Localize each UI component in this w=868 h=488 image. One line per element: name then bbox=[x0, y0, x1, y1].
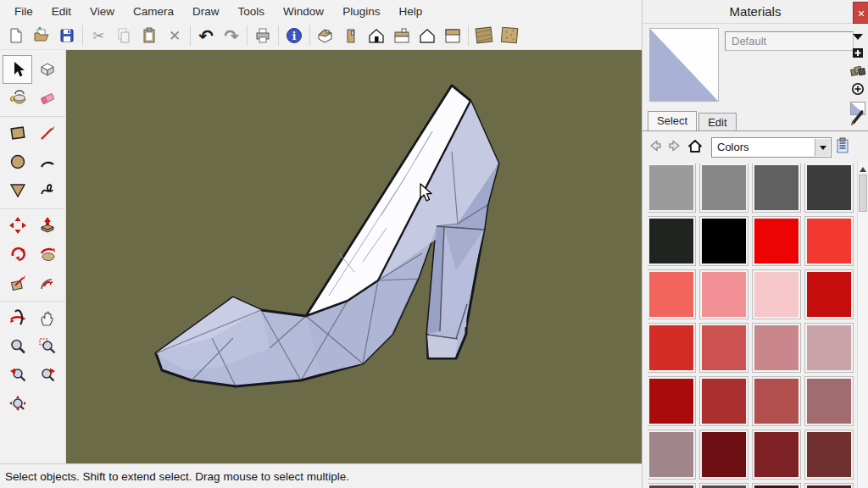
circle-tool[interactable] bbox=[3, 147, 32, 176]
zoom-previous-tool[interactable] bbox=[3, 361, 32, 390]
color-swatch[interactable] bbox=[700, 164, 748, 212]
back-arrow-icon[interactable] bbox=[648, 138, 663, 157]
color-swatch[interactable] bbox=[805, 377, 853, 425]
color-swatch[interactable] bbox=[648, 377, 695, 425]
menu-item[interactable]: View bbox=[81, 2, 124, 21]
create-material-icon[interactable] bbox=[851, 47, 865, 62]
swatch-scrollbar[interactable] bbox=[857, 161, 868, 488]
copy-icon[interactable] bbox=[111, 24, 136, 47]
view-top-icon[interactable] bbox=[440, 24, 465, 47]
color-swatch[interactable] bbox=[700, 484, 748, 488]
color-swatch[interactable] bbox=[805, 270, 853, 319]
push-pull-tool[interactable] bbox=[32, 211, 62, 240]
paint-bucket-tool[interactable] bbox=[3, 84, 32, 113]
color-swatch[interactable] bbox=[753, 377, 800, 425]
dropdown-arrow-button[interactable] bbox=[815, 139, 830, 156]
collections-dropdown[interactable]: Colors bbox=[711, 137, 832, 158]
rectangle-tool[interactable] bbox=[3, 119, 32, 147]
color-swatch[interactable] bbox=[648, 484, 695, 488]
texture-1-icon[interactable] bbox=[471, 24, 497, 47]
color-swatch[interactable] bbox=[700, 270, 748, 319]
color-swatch[interactable] bbox=[753, 270, 800, 319]
color-swatch[interactable] bbox=[805, 324, 853, 372]
material-name-field[interactable]: Default bbox=[725, 31, 854, 51]
menu-item[interactable]: Tools bbox=[229, 2, 275, 21]
color-swatch[interactable] bbox=[805, 164, 853, 212]
home-icon[interactable] bbox=[687, 138, 704, 157]
color-swatch[interactable] bbox=[753, 430, 800, 479]
line-tool[interactable] bbox=[32, 119, 62, 147]
arc-tool[interactable] bbox=[32, 147, 62, 176]
color-swatch[interactable] bbox=[753, 324, 800, 372]
materials-tab[interactable]: Select bbox=[648, 111, 697, 130]
view-iso-icon[interactable] bbox=[313, 24, 338, 47]
scale-tool[interactable] bbox=[3, 269, 32, 297]
offset-tool[interactable] bbox=[32, 269, 62, 297]
move-tool[interactable] bbox=[3, 211, 32, 240]
sample-paint-icon[interactable] bbox=[851, 82, 865, 99]
menu-item[interactable]: Plugins bbox=[333, 2, 389, 21]
color-swatch[interactable] bbox=[700, 430, 748, 479]
new-icon[interactable] bbox=[3, 24, 29, 47]
freehand-tool[interactable] bbox=[32, 176, 62, 205]
color-swatch[interactable] bbox=[648, 430, 695, 479]
polygon-tool[interactable] bbox=[3, 176, 32, 205]
select-tool[interactable] bbox=[3, 55, 32, 84]
color-swatch[interactable] bbox=[805, 217, 853, 265]
orbit-tool[interactable] bbox=[3, 303, 32, 332]
cut-icon[interactable]: ✂ bbox=[86, 24, 111, 47]
color-swatch[interactable] bbox=[753, 484, 800, 488]
model-info-icon[interactable]: i bbox=[281, 24, 307, 47]
save-icon[interactable] bbox=[54, 24, 80, 47]
view-side-icon[interactable] bbox=[338, 24, 364, 47]
zoom-tool[interactable] bbox=[3, 332, 32, 361]
undo-icon[interactable]: ↶ bbox=[193, 24, 219, 47]
paint-chips-icon[interactable] bbox=[850, 64, 865, 80]
forward-arrow-icon[interactable] bbox=[667, 138, 682, 157]
scrollbar-thumb[interactable] bbox=[859, 175, 867, 212]
details-icon[interactable] bbox=[836, 137, 849, 158]
zoom-window-tool[interactable] bbox=[32, 332, 62, 361]
menu-item[interactable]: Help bbox=[389, 2, 431, 21]
color-swatch[interactable] bbox=[700, 217, 748, 265]
color-swatch[interactable] bbox=[648, 164, 695, 212]
color-swatch[interactable] bbox=[753, 217, 800, 265]
eyedropper-icon[interactable] bbox=[847, 108, 865, 132]
pan-tool[interactable] bbox=[32, 303, 62, 332]
zoom-next-tool[interactable] bbox=[32, 361, 62, 390]
close-panel-button[interactable]: × bbox=[853, 2, 868, 24]
color-swatch[interactable] bbox=[648, 217, 695, 265]
menu-item[interactable]: Window bbox=[274, 2, 333, 21]
menu-item[interactable]: Draw bbox=[183, 2, 229, 21]
rotate-tool[interactable] bbox=[3, 240, 32, 269]
texture-2-icon[interactable] bbox=[497, 24, 522, 47]
eraser-tool[interactable] bbox=[32, 84, 62, 113]
view-house-icon[interactable] bbox=[415, 24, 440, 47]
menu-item[interactable]: Edit bbox=[42, 2, 81, 21]
display-secondary-pane-icon[interactable] bbox=[851, 29, 865, 44]
color-swatch[interactable] bbox=[805, 484, 853, 488]
make-component-tool[interactable] bbox=[32, 55, 62, 84]
color-swatch[interactable] bbox=[648, 270, 695, 319]
materials-tab[interactable]: Edit bbox=[698, 113, 736, 130]
color-swatch[interactable] bbox=[700, 324, 748, 372]
menu-item[interactable]: File bbox=[5, 2, 42, 21]
follow-me-tool[interactable] bbox=[32, 240, 62, 269]
material-preview-swatch[interactable] bbox=[649, 28, 719, 102]
zoom-extents-tool[interactable] bbox=[3, 390, 32, 419]
paste-icon[interactable] bbox=[136, 24, 162, 47]
collections-dropdown-value: Colors bbox=[712, 138, 831, 157]
view-front-icon[interactable] bbox=[364, 24, 389, 47]
model-canvas[interactable] bbox=[66, 50, 642, 464]
menu-item[interactable]: Camera bbox=[124, 2, 183, 21]
erase-icon[interactable]: ✕ bbox=[162, 24, 187, 47]
redo-icon[interactable]: ↷ bbox=[219, 24, 244, 47]
color-swatch[interactable] bbox=[700, 377, 748, 425]
color-swatch[interactable] bbox=[753, 164, 800, 212]
view-back-icon[interactable] bbox=[389, 24, 415, 47]
scroll-up-arrow-icon[interactable] bbox=[860, 164, 866, 172]
color-swatch[interactable] bbox=[805, 430, 853, 479]
color-swatch[interactable] bbox=[648, 324, 695, 372]
open-icon[interactable] bbox=[29, 24, 54, 47]
print-icon[interactable] bbox=[250, 24, 275, 47]
